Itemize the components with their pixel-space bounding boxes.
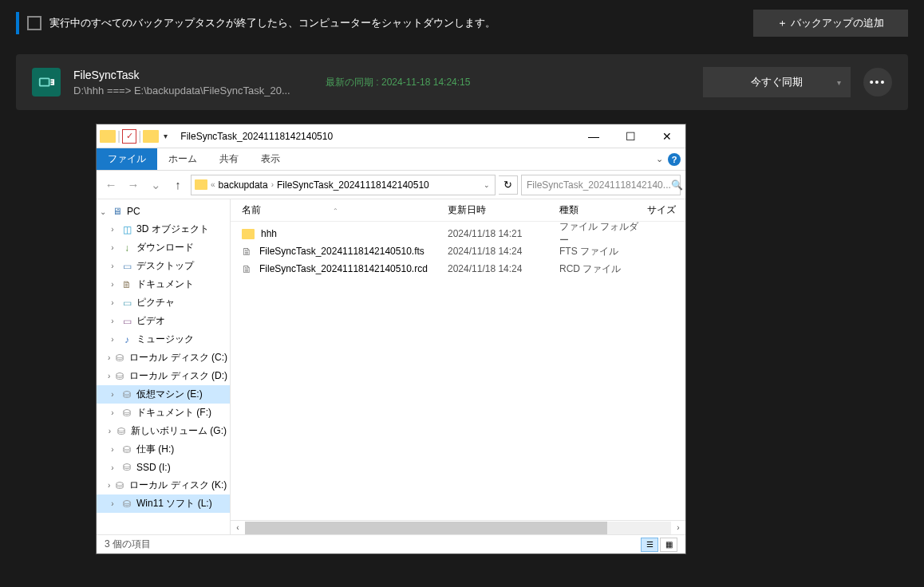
scroll-track[interactable] — [245, 522, 671, 534]
add-backup-button[interactable]: ＋ バックアップの追加 — [753, 10, 908, 37]
task-title: FileSyncTask — [73, 69, 313, 81]
address-row: ← → ⌄ ↑ « backupdata › FileSyncTask_2024… — [97, 171, 685, 199]
tree-pc-root[interactable]: ⌄ 🖥 PC — [97, 203, 230, 220]
tree-item[interactable]: ›⛁新しいボリューム (G:) — [97, 422, 230, 440]
expand-icon[interactable]: › — [108, 499, 117, 508]
shutdown-checkbox[interactable] — [27, 16, 41, 30]
nav-recent-button[interactable]: ⌄ — [146, 175, 165, 195]
expand-icon[interactable]: › — [108, 408, 117, 417]
expand-icon[interactable]: › — [108, 445, 117, 454]
tree-item-icon: ▭ — [120, 315, 133, 328]
tree-item[interactable]: ›▭ビデオ — [97, 312, 230, 330]
ribbon-tab-view[interactable]: 表示 — [250, 148, 291, 170]
breadcrumb-sep-icon[interactable]: « — [211, 180, 215, 189]
nav-up-button[interactable]: ↑ — [168, 175, 188, 195]
expand-icon[interactable]: › — [108, 427, 112, 435]
breadcrumb-sep-icon[interactable]: › — [271, 180, 274, 189]
tree-item[interactable]: ›▭デスクトップ — [97, 257, 230, 275]
expand-icon[interactable]: › — [108, 262, 117, 270]
file-row[interactable]: hhh2024/11/18 14:21ファイル フォルダー — [231, 225, 685, 242]
tree-item[interactable]: ›⛁ローカル ディスク (C:) — [97, 349, 230, 367]
tree-item-label: 新しいボリューム (G:) — [131, 424, 227, 438]
maximize-button[interactable]: ☐ — [612, 124, 649, 148]
tree-item[interactable]: ›⛁Win11 ソフト (L:) — [97, 494, 230, 513]
file-list[interactable]: hhh2024/11/18 14:21ファイル フォルダー🗎FileSyncTa… — [231, 222, 685, 520]
file-area: 名前⌃ 更新日時 種類 サイズ hhh2024/11/18 14:21ファイル … — [231, 199, 685, 534]
ribbon-expand-icon[interactable]: ⌄ — [656, 154, 663, 164]
scroll-thumb[interactable] — [245, 522, 607, 534]
scroll-right-icon[interactable]: › — [671, 523, 685, 532]
tree-item[interactable]: ›♪ミュージック — [97, 330, 230, 349]
qat-properties-icon[interactable]: ✓ — [122, 129, 136, 144]
col-header-type[interactable]: 種類 — [559, 203, 647, 217]
expand-icon[interactable]: › — [108, 243, 117, 252]
titlebar[interactable]: | ✓ | ▾ FileSyncTask_20241118142140510 —… — [97, 124, 685, 148]
sync-now-button[interactable]: 今すぐ同期 ▾ — [703, 67, 851, 97]
address-dropdown-icon[interactable]: ⌄ — [484, 181, 492, 189]
scroll-left-icon[interactable]: ‹ — [231, 523, 245, 532]
ribbon-tab-file[interactable]: ファイル — [97, 148, 157, 170]
tree-item[interactable]: ›↓ダウンロード — [97, 238, 230, 257]
task-info: FileSyncTask D:\hhh ===> E:\backupdata\F… — [73, 69, 313, 97]
tree-item-icon: ↓ — [120, 242, 133, 254]
breadcrumb-part[interactable]: FileSyncTask_20241118142140510 — [277, 179, 429, 191]
content-area: ⌄ 🖥 PC ›◫3D オブジェクト›↓ダウンロード›▭デスクトップ›🗎ドキュメ… — [97, 199, 685, 534]
ribbon-tab-share[interactable]: 共有 — [208, 148, 250, 170]
col-header-date[interactable]: 更新日時 — [448, 203, 559, 217]
tree-item-label: 仮想マシン (E:) — [136, 388, 203, 401]
tree-item-label: ピクチャ — [136, 296, 175, 309]
address-bar[interactable]: « backupdata › FileSyncTask_202411181421… — [191, 175, 496, 195]
nav-forward-button[interactable]: → — [124, 175, 143, 195]
tree-item-label: ドキュメント (F:) — [136, 406, 211, 420]
tree-item[interactable]: ›⛁仕事 (H:) — [97, 440, 230, 459]
tree-item[interactable]: ›⛁SSD (I:) — [97, 459, 230, 476]
expand-icon[interactable]: ⌄ — [98, 207, 108, 216]
expand-icon[interactable]: › — [108, 317, 117, 325]
expand-icon[interactable]: › — [108, 353, 110, 362]
window-controls: — ☐ ✕ — [575, 124, 685, 148]
tree-item-label: ローカル ディスク (D:) — [129, 369, 227, 383]
expand-icon[interactable]: › — [108, 225, 117, 234]
tree-item[interactable]: ›⛁ドキュメント (F:) — [97, 404, 230, 422]
expand-icon[interactable]: › — [108, 298, 117, 307]
expand-icon[interactable]: › — [108, 335, 117, 344]
tree-item-icon: ⛁ — [120, 388, 133, 401]
tree-item[interactable]: ›⛁仮想マシン (E:) — [97, 385, 230, 404]
tree-item[interactable]: ›◫3D オブジェクト — [97, 220, 230, 238]
view-details-button[interactable]: ☰ — [641, 538, 658, 552]
tree-item[interactable]: ›⛁ローカル ディスク (D:) — [97, 367, 230, 385]
search-icon[interactable]: 🔍 — [671, 179, 683, 191]
expand-icon[interactable]: › — [108, 463, 117, 472]
file-row[interactable]: 🗎FileSyncTask_20241118142140510.fts2024/… — [231, 242, 685, 260]
file-icon: 🗎 — [242, 245, 256, 258]
search-input[interactable]: FileSyncTask_20241118142140... 🔍 — [521, 175, 681, 195]
expand-icon[interactable]: › — [108, 372, 110, 380]
expand-icon[interactable]: › — [108, 481, 110, 490]
col-header-name[interactable]: 名前⌃ — [242, 203, 448, 217]
help-icon[interactable]: ? — [668, 153, 681, 166]
file-row[interactable]: 🗎FileSyncTask_20241118142140510.rcd2024/… — [231, 260, 685, 278]
sync-task-icon — [32, 68, 61, 97]
breadcrumb-part[interactable]: backupdata — [219, 179, 268, 191]
more-button[interactable]: ••• — [863, 68, 892, 97]
top-bar: 実行中のすべてのバックアップタスクが終了したら、コンピューターをシャットダウンし… — [0, 0, 924, 46]
tree-item[interactable]: ›🗎ドキュメント — [97, 275, 230, 294]
explorer-window: | ✓ | ▾ FileSyncTask_20241118142140510 —… — [96, 124, 686, 554]
refresh-button[interactable]: ↻ — [499, 175, 518, 195]
folder-icon — [195, 179, 207, 190]
tree-item[interactable]: ›▭ピクチャ — [97, 294, 230, 312]
sync-dropdown-icon[interactable]: ▾ — [837, 78, 841, 87]
close-button[interactable]: ✕ — [649, 124, 685, 148]
expand-icon[interactable]: › — [108, 390, 117, 399]
nav-back-button[interactable]: ← — [101, 175, 120, 195]
qat-dropdown-icon[interactable]: ▾ — [160, 132, 171, 140]
sync-now-label: 今すぐ同期 — [751, 76, 803, 88]
horizontal-scrollbar[interactable]: ‹ › — [231, 520, 685, 534]
minimize-button[interactable]: — — [575, 124, 612, 148]
tree-item[interactable]: ›⛁ローカル ディスク (K:) — [97, 476, 230, 494]
nav-tree[interactable]: ⌄ 🖥 PC ›◫3D オブジェクト›↓ダウンロード›▭デスクトップ›🗎ドキュメ… — [97, 199, 231, 534]
ribbon-tab-home[interactable]: ホーム — [157, 148, 208, 170]
expand-icon[interactable]: › — [108, 280, 117, 289]
col-header-size[interactable]: サイズ — [647, 203, 685, 217]
view-large-button[interactable]: ▦ — [660, 538, 677, 552]
